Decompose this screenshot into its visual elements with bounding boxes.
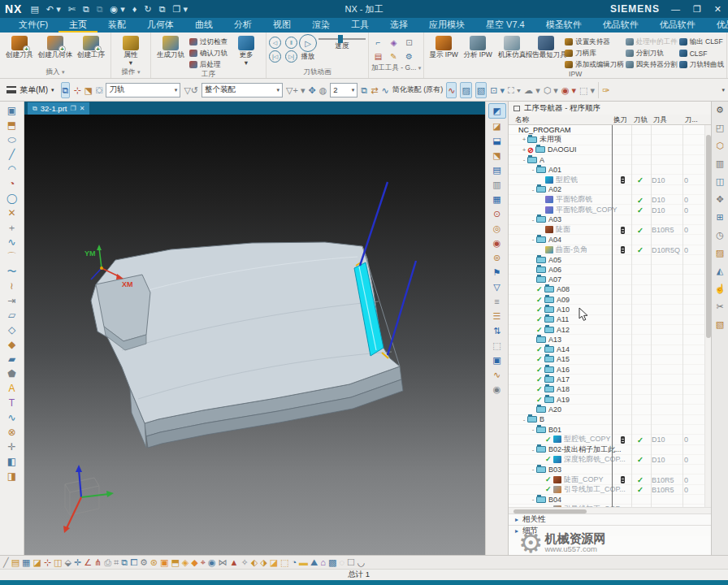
render-style-icon[interactable]: ☁ ▾ [524,83,540,98]
undo-icon[interactable]: ↶ ▾ [46,4,61,15]
ipw-col3-0[interactable]: 输出 CLSF [679,37,725,47]
cut-icon[interactable]: ✄ [68,4,76,15]
zoom-box-icon[interactable]: ⊡ ▾ [490,83,505,98]
tree-row-A11[interactable]: ✓A11 [509,315,711,325]
dial-icon[interactable]: ◔ [9,177,15,191]
layer2-icon[interactable]: ⧠ [130,557,137,569]
eye-icon[interactable]: ◉ [488,383,506,396]
layer-combo[interactable]: 2▾ [330,83,358,98]
tree-row-A08[interactable]: ✓A08 [509,285,711,295]
box-icon[interactable]: ⬚ [488,339,506,353]
dot-icon[interactable]: ⊚ [488,251,506,265]
tab-close-icon[interactable]: ✕ [80,105,85,112]
window-menu-icon[interactable]: ❐ ▾ [172,4,187,15]
mic-icon[interactable]: ♦ [132,4,137,14]
view-swap-icon[interactable]: ⇄ [370,83,378,98]
select-solid-icon[interactable]: ⬔ [84,83,93,98]
reuse-icon[interactable]: ◫ [716,176,724,187]
sketch-curve-icon[interactable]: ▦ [22,557,30,569]
tree-row-A07[interactable]: A07 [509,275,711,284]
go-start-icon[interactable]: |◁ [269,50,281,63]
process-icon[interactable]: ◭ [717,266,723,276]
hide-hatch-icon[interactable]: ▧ [475,82,487,98]
palette-icon[interactable]: ▨ [716,248,724,258]
check-icon[interactable]: ☐ [347,557,355,569]
tree-row-NC_PROGRAM[interactable]: NC_PROGRAM [509,125,711,135]
menu-tab-6[interactable]: 视图 [262,18,301,32]
freeform-icon[interactable]: ∿ [7,411,15,425]
maximize-button[interactable]: ❐ [691,4,703,15]
orient-icon[interactable]: ◪ [488,119,506,133]
ipw-col1-0[interactable]: 设置夹持器 [565,37,624,47]
insert-btn-2[interactable]: +创建工序 [74,34,108,58]
bowl-icon[interactable]: ◡ [358,557,366,569]
constraint-icon[interactable]: ⬡ [716,141,724,151]
csys-icon[interactable]: ✛ [74,557,81,569]
tree-row-曲面-负角[interactable]: 曲面-负角✓D10R5Q0 [509,245,711,255]
key-icon[interactable]: ▩ [328,557,336,569]
expander-icon[interactable]: - [521,416,527,423]
col-tool[interactable]: 刀具 [653,115,667,125]
menu-tab-14[interactable]: 优品软件 [649,18,706,32]
generate-toolpath-button[interactable]: 生成刀轨 [154,34,188,58]
touch-icon[interactable]: ☝ [714,284,726,294]
tree-row-A10[interactable]: ✓A10 [509,305,711,314]
tool-view-icon[interactable]: ▥ [488,178,506,192]
show-hatch-icon[interactable]: ▨ [460,82,471,98]
tree-row-A18[interactable]: ✓A18 [509,385,711,395]
toolpath-select-icon[interactable]: ◩ [488,103,506,119]
line-icon[interactable]: ╱ [9,148,15,162]
cylinder-icon[interactable]: ⬭ [7,133,15,147]
menu-tab-7[interactable]: 渲染 [301,18,340,32]
sketch-icon[interactable]: ▣ [7,104,16,118]
tree-row-陡面[interactable]: 陡面✓B10R50 [509,225,711,235]
graphics-viewport[interactable]: ⧉ 32-1.prt ❐ ✕ [24,102,485,555]
section-details[interactable]: ▸ 细节 [509,525,711,536]
vector-icon[interactable]: ∠ [84,557,92,569]
globe1-icon[interactable]: ◍ [319,83,327,98]
part-navigator-icon[interactable]: ▥ [716,158,724,169]
tree-row-DAOGUI[interactable]: +⊘DAOGUI [509,145,711,155]
solid-icon[interactable]: ⊗ [7,426,15,440]
gear2-icon[interactable]: ⚙ [402,51,416,63]
tool-axis-icon[interactable]: ⌐ [371,37,385,50]
tree-row-B03[interactable]: -B03 [509,465,711,474]
tree-row-型腔铣[interactable]: 型腔铣✓D100 [509,175,711,184]
slice-icon[interactable]: ◪ [270,557,278,569]
filter-plus-icon[interactable]: ▽+ ▾ [286,83,305,98]
box3-icon[interactable]: ⬗ [260,557,266,569]
curve2-icon[interactable]: 〜 [7,265,17,279]
tree-row-A15[interactable]: ✓A15 [509,355,711,365]
expander-icon[interactable]: - [530,236,536,243]
frame-icon[interactable]: ⊡ [402,37,416,50]
visibility-icon[interactable]: ◉ ▾ [110,4,125,15]
datum-icon[interactable]: ◫ [54,557,62,569]
wave-icon[interactable]: ∿ [488,368,506,382]
properties-button[interactable]: 属性▾ [114,34,148,67]
tree-row-B02-拔出梢子加工此...[interactable]: -B02-拔出梢子加工此... [509,445,711,455]
tree-row-型腔铣_COPY[interactable]: ✓型腔铣_COPY✓D100 [509,435,711,444]
sheet2-icon[interactable]: ◆ [8,338,15,352]
expander-icon[interactable]: - [530,446,536,453]
link-icon[interactable]: ✧ [240,557,248,569]
point-line-icon[interactable]: ✕ [7,206,15,220]
operation-small-1[interactable]: 确认刀轨 [189,48,228,58]
view-cube-icon[interactable]: ⬡ ▾ [544,83,558,98]
trim-icon[interactable]: ⇥ [7,294,15,308]
ipw-big-1[interactable]: 分析 IPW [461,34,495,58]
menu-tab-12[interactable]: 模圣软件 [535,18,592,32]
operation-small-0[interactable]: 过切检查 [189,37,228,47]
cross-icon[interactable]: ✛ [7,440,15,454]
scope-combo[interactable]: 整个装配▾ [202,83,283,98]
tree-row-A03[interactable]: -A03 [509,215,711,225]
expander-icon[interactable]: - [530,466,536,473]
menu-tab-1[interactable]: 主页 [58,18,98,32]
pen-icon[interactable]: ✎ [387,51,401,63]
block-icon[interactable]: ⬒ [171,557,179,569]
pin-icon[interactable]: ❐ [70,105,76,112]
refresh-icon[interactable]: ↻ [144,4,151,15]
tree-row-B04[interactable]: -B04 [509,495,711,505]
col-toolchange[interactable]: 换刀 [613,115,627,125]
tree-row-A14[interactable]: ✓A14 [509,345,711,355]
close-button[interactable]: ✕ [713,4,723,15]
